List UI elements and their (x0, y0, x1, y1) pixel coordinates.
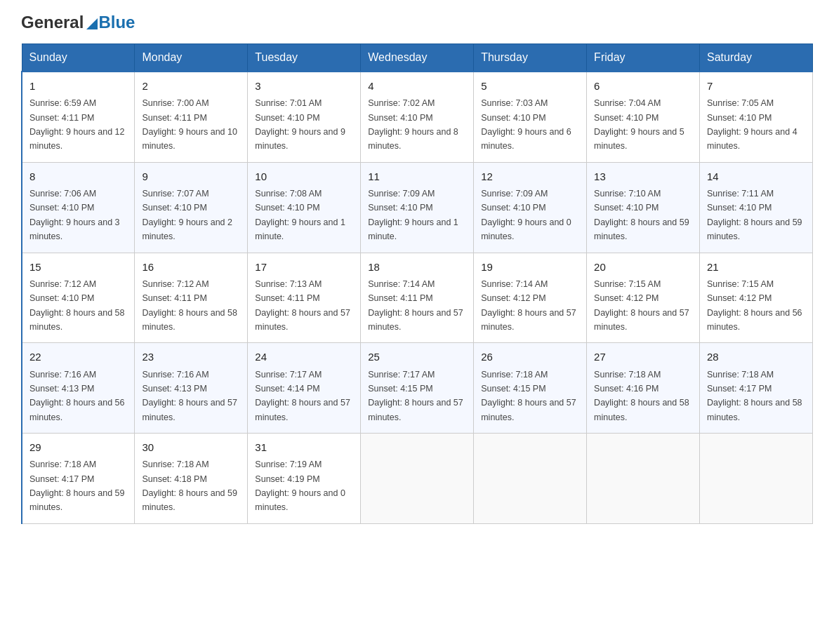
day-info: Sunrise: 7:08 AMSunset: 4:10 PMDaylight:… (255, 189, 345, 241)
day-info: Sunrise: 7:14 AMSunset: 4:11 PMDaylight:… (368, 279, 463, 332)
day-info: Sunrise: 7:17 AMSunset: 4:15 PMDaylight:… (368, 370, 463, 422)
day-number: 15 (29, 259, 127, 275)
day-info: Sunrise: 7:16 AMSunset: 4:13 PMDaylight:… (142, 370, 237, 422)
calendar-cell: 21 Sunrise: 7:15 AMSunset: 4:12 PMDaylig… (700, 253, 813, 343)
logo-wordmark: General (21, 14, 98, 31)
day-number: 2 (142, 78, 240, 94)
day-number: 26 (481, 349, 579, 365)
week-row-4: 22 Sunrise: 7:16 AMSunset: 4:13 PMDaylig… (22, 343, 813, 434)
calendar-cell: 28 Sunrise: 7:18 AMSunset: 4:17 PMDaylig… (700, 343, 813, 434)
logo-blue-text: Blue (98, 14, 135, 31)
day-number: 3 (255, 78, 353, 94)
header-sunday: Sunday (22, 44, 135, 72)
logo-general: General (21, 14, 84, 31)
day-number: 16 (142, 259, 240, 275)
day-number: 27 (594, 349, 692, 365)
calendar-cell (587, 434, 700, 524)
day-info: Sunrise: 7:18 AMSunset: 4:16 PMDaylight:… (594, 370, 689, 422)
day-number: 5 (481, 78, 579, 94)
day-info: Sunrise: 7:19 AMSunset: 4:19 PMDaylight:… (255, 459, 345, 512)
calendar-cell: 25 Sunrise: 7:17 AMSunset: 4:15 PMDaylig… (361, 343, 474, 434)
day-info: Sunrise: 7:03 AMSunset: 4:10 PMDaylight:… (481, 98, 571, 151)
week-row-3: 15 Sunrise: 7:12 AMSunset: 4:10 PMDaylig… (22, 253, 813, 343)
day-number: 25 (368, 349, 466, 365)
calendar-cell: 17 Sunrise: 7:13 AMSunset: 4:11 PMDaylig… (248, 253, 361, 343)
calendar-cell: 30 Sunrise: 7:18 AMSunset: 4:18 PMDaylig… (135, 434, 248, 524)
day-number: 6 (594, 78, 692, 94)
week-row-2: 8 Sunrise: 7:06 AMSunset: 4:10 PMDayligh… (22, 162, 813, 253)
day-info: Sunrise: 7:07 AMSunset: 4:10 PMDaylight:… (142, 189, 232, 241)
calendar-cell: 29 Sunrise: 7:18 AMSunset: 4:17 PMDaylig… (22, 434, 135, 524)
day-info: Sunrise: 7:14 AMSunset: 4:12 PMDaylight:… (481, 279, 576, 332)
day-info: Sunrise: 7:01 AMSunset: 4:10 PMDaylight:… (255, 98, 345, 151)
calendar-cell: 18 Sunrise: 7:14 AMSunset: 4:11 PMDaylig… (361, 253, 474, 343)
day-number: 11 (368, 168, 466, 185)
day-info: Sunrise: 7:09 AMSunset: 4:10 PMDaylight:… (368, 189, 458, 241)
day-info: Sunrise: 7:06 AMSunset: 4:10 PMDaylight:… (29, 189, 120, 241)
day-info: Sunrise: 7:04 AMSunset: 4:10 PMDaylight:… (594, 98, 684, 151)
day-info: Sunrise: 7:11 AMSunset: 4:10 PMDaylight:… (707, 189, 802, 241)
day-number: 22 (29, 349, 127, 365)
calendar-cell: 24 Sunrise: 7:17 AMSunset: 4:14 PMDaylig… (248, 343, 361, 434)
calendar-cell: 14 Sunrise: 7:11 AMSunset: 4:10 PMDaylig… (700, 162, 813, 253)
day-info: Sunrise: 7:09 AMSunset: 4:10 PMDaylight:… (481, 189, 571, 241)
day-number: 24 (255, 349, 353, 365)
day-number: 29 (29, 439, 127, 455)
calendar-cell: 7 Sunrise: 7:05 AMSunset: 4:10 PMDayligh… (700, 72, 813, 162)
calendar-cell (700, 434, 813, 524)
calendar-cell: 12 Sunrise: 7:09 AMSunset: 4:10 PMDaylig… (474, 162, 587, 253)
day-info: Sunrise: 7:12 AMSunset: 4:10 PMDaylight:… (29, 279, 125, 332)
day-info: Sunrise: 6:59 AMSunset: 4:11 PMDaylight:… (29, 98, 125, 151)
day-info: Sunrise: 7:13 AMSunset: 4:11 PMDaylight:… (255, 279, 350, 332)
calendar-cell: 5 Sunrise: 7:03 AMSunset: 4:10 PMDayligh… (474, 72, 587, 162)
calendar-table: SundayMondayTuesdayWednesdayThursdayFrid… (21, 43, 813, 524)
day-info: Sunrise: 7:18 AMSunset: 4:18 PMDaylight:… (142, 459, 237, 512)
day-number: 23 (142, 349, 240, 365)
calendar-cell: 15 Sunrise: 7:12 AMSunset: 4:10 PMDaylig… (22, 253, 135, 343)
day-info: Sunrise: 7:12 AMSunset: 4:11 PMDaylight:… (142, 279, 237, 332)
day-number: 13 (594, 168, 692, 185)
days-of-week-row: SundayMondayTuesdayWednesdayThursdayFrid… (22, 44, 813, 72)
day-number: 1 (29, 78, 127, 94)
calendar-cell: 16 Sunrise: 7:12 AMSunset: 4:11 PMDaylig… (135, 253, 248, 343)
day-info: Sunrise: 7:17 AMSunset: 4:14 PMDaylight:… (255, 370, 350, 422)
day-number: 30 (142, 439, 240, 455)
day-number: 31 (255, 439, 353, 455)
day-info: Sunrise: 7:16 AMSunset: 4:13 PMDaylight:… (29, 370, 125, 422)
calendar-cell: 31 Sunrise: 7:19 AMSunset: 4:19 PMDaylig… (248, 434, 361, 524)
logo: General Blue (21, 14, 135, 31)
calendar-cell: 13 Sunrise: 7:10 AMSunset: 4:10 PMDaylig… (587, 162, 700, 253)
day-info: Sunrise: 7:15 AMSunset: 4:12 PMDaylight:… (707, 279, 802, 332)
calendar-cell: 19 Sunrise: 7:14 AMSunset: 4:12 PMDaylig… (474, 253, 587, 343)
calendar-cell (474, 434, 587, 524)
calendar-cell: 22 Sunrise: 7:16 AMSunset: 4:13 PMDaylig… (22, 343, 135, 434)
calendar-header: SundayMondayTuesdayWednesdayThursdayFrid… (22, 44, 813, 72)
header-tuesday: Tuesday (248, 44, 361, 72)
header-thursday: Thursday (474, 44, 587, 72)
day-number: 14 (707, 168, 805, 185)
header-monday: Monday (135, 44, 248, 72)
day-number: 12 (481, 168, 579, 185)
logo-triangle-icon (86, 18, 98, 29)
day-number: 20 (594, 259, 692, 275)
day-number: 9 (142, 168, 240, 185)
day-info: Sunrise: 7:15 AMSunset: 4:12 PMDaylight:… (594, 279, 689, 332)
day-number: 4 (368, 78, 466, 94)
week-row-1: 1 Sunrise: 6:59 AMSunset: 4:11 PMDayligh… (22, 72, 813, 162)
header-wednesday: Wednesday (361, 44, 474, 72)
calendar-cell: 1 Sunrise: 6:59 AMSunset: 4:11 PMDayligh… (22, 72, 135, 162)
calendar-cell: 10 Sunrise: 7:08 AMSunset: 4:10 PMDaylig… (248, 162, 361, 253)
calendar-cell (361, 434, 474, 524)
week-row-5: 29 Sunrise: 7:18 AMSunset: 4:17 PMDaylig… (22, 434, 813, 524)
day-info: Sunrise: 7:02 AMSunset: 4:10 PMDaylight:… (368, 98, 458, 151)
day-number: 17 (255, 259, 353, 275)
day-info: Sunrise: 7:10 AMSunset: 4:10 PMDaylight:… (594, 189, 689, 241)
day-number: 19 (481, 259, 579, 275)
calendar-cell: 4 Sunrise: 7:02 AMSunset: 4:10 PMDayligh… (361, 72, 474, 162)
day-number: 10 (255, 168, 353, 185)
header-saturday: Saturday (700, 44, 813, 72)
day-number: 7 (707, 78, 805, 94)
day-info: Sunrise: 7:18 AMSunset: 4:15 PMDaylight:… (481, 370, 576, 422)
calendar-cell: 23 Sunrise: 7:16 AMSunset: 4:13 PMDaylig… (135, 343, 248, 434)
calendar-body: 1 Sunrise: 6:59 AMSunset: 4:11 PMDayligh… (22, 72, 813, 523)
